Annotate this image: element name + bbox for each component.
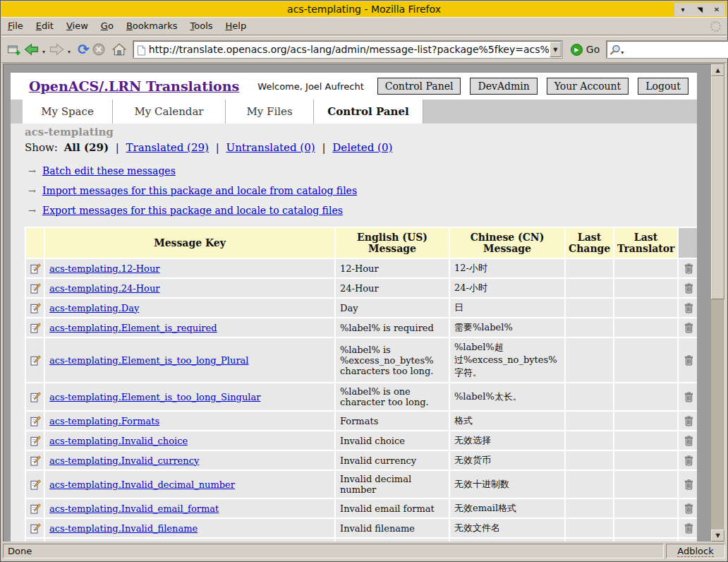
devadmin-button[interactable]: DevAdmin bbox=[470, 78, 537, 95]
message-key-link[interactable]: acs-templating.Formats bbox=[49, 416, 159, 426]
edit-icon[interactable] bbox=[30, 503, 41, 513]
menu-view[interactable]: View bbox=[60, 18, 95, 35]
site-title-link[interactable]: OpenACS/.LRN Translations bbox=[29, 78, 239, 94]
window-title: acs-templating - Mozilla Firefox bbox=[287, 4, 441, 15]
reload-icon[interactable]: ⟳ bbox=[78, 41, 90, 58]
table-row: acs-templating.Invalid_filename Invalid … bbox=[26, 519, 697, 537]
table-row: acs-templating.Invalid_decimal_number In… bbox=[26, 471, 697, 498]
filter-translated-link[interactable]: Translated (29) bbox=[126, 141, 209, 154]
stop-icon[interactable] bbox=[92, 43, 105, 56]
chinese-message: %label%超过%excess_no_bytes%字符。 bbox=[450, 338, 564, 382]
menu-go[interactable]: Go bbox=[95, 18, 120, 35]
delete-icon[interactable] bbox=[684, 455, 693, 465]
tab-my-space[interactable]: My Space bbox=[23, 100, 113, 124]
main-content: acs-templating Show: All (29) | Translat… bbox=[11, 124, 697, 542]
last-change bbox=[566, 451, 613, 470]
menu-file[interactable]: File bbox=[1, 18, 30, 35]
titlebar: acs-templating - Mozilla Firefox ▾ ◥ ✕ bbox=[1, 1, 727, 17]
edit-icon[interactable] bbox=[30, 322, 41, 333]
shade-window-icon[interactable]: ▾ bbox=[676, 4, 690, 16]
edit-icon[interactable] bbox=[30, 282, 41, 293]
tab-control-panel[interactable]: Control Panel bbox=[314, 100, 423, 124]
edit-icon[interactable] bbox=[30, 415, 41, 426]
close-window-icon[interactable]: ✕ bbox=[710, 4, 724, 16]
show-filter: Show: All (29) | Translated (29) | Untra… bbox=[25, 141, 697, 154]
forward-icon[interactable] bbox=[49, 43, 64, 56]
message-key-link[interactable]: acs-templating.Element_is_required bbox=[49, 323, 217, 333]
forward-dropdown-icon[interactable]: ▾ bbox=[68, 49, 71, 55]
message-key-link[interactable]: acs-templating.Invalid_currency bbox=[49, 455, 199, 466]
last-translator bbox=[614, 318, 677, 337]
back-dropdown-icon[interactable]: ▾ bbox=[42, 49, 45, 55]
search-input[interactable] bbox=[626, 44, 728, 55]
edit-icon[interactable] bbox=[30, 435, 41, 446]
scrollbar-thumb[interactable] bbox=[711, 76, 724, 299]
edit-icon[interactable] bbox=[30, 522, 41, 533]
vertical-scrollbar[interactable]: ▲ ▼ bbox=[711, 64, 724, 542]
url-dropdown-icon[interactable]: ▼ bbox=[550, 42, 562, 57]
home-icon[interactable] bbox=[112, 43, 126, 56]
status-panel: Done bbox=[3, 544, 664, 558]
tab-my-calendar[interactable]: My Calendar bbox=[113, 100, 226, 124]
scroll-up-icon[interactable]: ▲ bbox=[711, 64, 724, 76]
message-key-link[interactable]: acs-templating.Day bbox=[49, 303, 139, 313]
control-panel-button[interactable]: Control Panel bbox=[377, 78, 461, 95]
edit-icon[interactable] bbox=[30, 263, 41, 273]
delete-icon[interactable] bbox=[684, 522, 693, 533]
message-key-link[interactable]: acs-templating.Invalid_decimal_number bbox=[49, 479, 235, 490]
edit-icon[interactable] bbox=[30, 302, 41, 313]
filter-deleted-link[interactable]: Deleted (0) bbox=[332, 141, 392, 154]
last-translator bbox=[614, 519, 677, 537]
delete-icon[interactable] bbox=[684, 479, 693, 489]
delete-icon[interactable] bbox=[684, 263, 693, 273]
delete-icon[interactable] bbox=[684, 391, 693, 402]
batch-edit-link[interactable]: Batch edit these messages bbox=[42, 165, 176, 177]
english-message: %label% is one character too long. bbox=[336, 383, 449, 410]
edit-icon[interactable] bbox=[30, 391, 41, 402]
maximize-window-icon[interactable]: ◥ bbox=[693, 4, 707, 16]
message-key-link[interactable]: acs-templating.Invalid_email_format bbox=[49, 503, 219, 514]
edit-icon[interactable] bbox=[30, 354, 41, 365]
tab-my-files[interactable]: My Files bbox=[226, 100, 314, 124]
menu-bookmarks[interactable]: Bookmarks bbox=[120, 18, 184, 35]
message-key-link[interactable]: acs-templating.24-Hour bbox=[49, 283, 159, 294]
message-key-header: Message Key bbox=[45, 228, 334, 258]
search-dropdown-icon[interactable]: ▾ bbox=[621, 49, 624, 56]
import-messages-link[interactable]: Import messages for this package and loc… bbox=[42, 185, 357, 196]
logout-button[interactable]: Logout bbox=[638, 78, 688, 95]
delete-icon[interactable] bbox=[684, 503, 693, 513]
english-message: Day bbox=[336, 299, 449, 317]
filter-untranslated-link[interactable]: Untranslated (0) bbox=[226, 141, 315, 154]
delete-icon[interactable] bbox=[684, 282, 693, 293]
message-key-link[interactable]: acs-templating.Invalid_choice bbox=[49, 436, 188, 446]
browser-viewport: OpenACS/.LRN Translations Welcome, Joel … bbox=[3, 64, 725, 542]
delete-icon[interactable] bbox=[684, 302, 693, 313]
delete-icon[interactable] bbox=[684, 322, 693, 333]
menu-tools[interactable]: Tools bbox=[184, 18, 219, 35]
message-key-link[interactable]: acs-templating.Invalid_filename bbox=[49, 523, 198, 534]
your-account-button[interactable]: Your Account bbox=[547, 78, 629, 95]
english-message: %label% is %excess_no_bytes% characters … bbox=[336, 338, 449, 382]
english-header: English (US) Message bbox=[336, 228, 449, 258]
edit-icon[interactable] bbox=[30, 479, 41, 489]
back-icon[interactable] bbox=[24, 43, 39, 56]
edit-icon[interactable] bbox=[30, 455, 41, 465]
delete-icon[interactable] bbox=[684, 415, 693, 426]
message-key-link[interactable]: acs-templating.Element_is_too_long_Plura… bbox=[49, 355, 249, 366]
table-row: acs-templating.12-Hour 12-Hour 12-小时 bbox=[26, 259, 697, 277]
menu-help[interactable]: Help bbox=[219, 18, 253, 35]
delete-icon[interactable] bbox=[684, 435, 693, 446]
message-key-link[interactable]: acs-templating.12-Hour bbox=[49, 263, 159, 274]
go-button[interactable]: ▶ Go bbox=[571, 44, 600, 56]
adblock-panel[interactable]: Adblock bbox=[666, 544, 725, 558]
table-row: acs-templating.Day Day 日 bbox=[26, 299, 697, 317]
message-key-link[interactable]: acs-templating.Element_is_too_long_Singu… bbox=[49, 392, 260, 402]
delete-icon[interactable] bbox=[684, 354, 693, 365]
url-input[interactable] bbox=[149, 44, 550, 55]
go-icon: ▶ bbox=[571, 44, 583, 56]
export-messages-link[interactable]: Export messages for this package and loc… bbox=[42, 205, 343, 216]
scroll-down-icon[interactable]: ▼ bbox=[711, 530, 724, 542]
adblock-status[interactable]: Adblock bbox=[677, 546, 713, 557]
new-window-icon[interactable] bbox=[7, 44, 21, 56]
menu-edit[interactable]: Edit bbox=[30, 18, 60, 35]
